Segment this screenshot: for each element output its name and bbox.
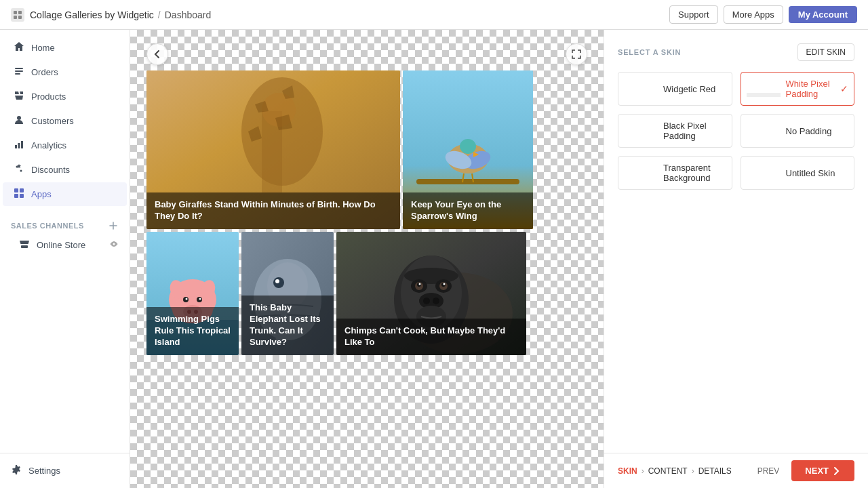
sidebar-item-products[interactable]: Products [3, 85, 127, 108]
step-details: DETAILS [698, 466, 732, 476]
svg-point-47 [186, 298, 188, 300]
svg-rect-10 [21, 141, 23, 148]
add-sales-channel-button[interactable] [108, 220, 119, 231]
skin-thumb-untitled [747, 162, 781, 184]
sidebar-bottom: Settings [0, 453, 130, 488]
skin-selected-checkmark: ✓ [840, 83, 848, 94]
skin-option-black-pixel[interactable]: Black Pixel Padding [618, 114, 732, 148]
sidebar-label-apps: Apps [31, 189, 52, 199]
gallery-item-bird[interactable]: Keep Your Eye on the Sparrow's Wing [403, 70, 533, 229]
sidebar-item-customers[interactable]: Customers [3, 109, 127, 133]
svg-rect-4 [15, 68, 23, 69]
sidebar-label-home: Home [31, 43, 55, 53]
svg-rect-0 [14, 11, 17, 14]
sidebar-item-orders[interactable]: Orders [3, 60, 127, 84]
prev-button[interactable]: PREV [751, 462, 787, 480]
skin-thumb-dark-blue [747, 120, 781, 142]
skin-option-untitled[interactable]: Untitled Skin [741, 156, 855, 190]
analytics-icon [14, 139, 24, 152]
skin-option-no-padding[interactable]: No Padding [741, 114, 855, 148]
svg-rect-14 [20, 188, 24, 192]
sidebar-item-online-store[interactable]: Online Store [0, 234, 130, 256]
my-account-button[interactable]: My Account [789, 6, 857, 23]
skin-info-black: Black Pixel Padding [663, 121, 726, 141]
step-content: CONTENT [648, 466, 688, 476]
svg-rect-1 [18, 11, 22, 14]
gallery-item-giraffe[interactable]: Baby Giraffes Stand Within Minutes of Bi… [146, 70, 400, 229]
skin-name-no-padding: No Padding [786, 126, 849, 136]
products-icon [14, 90, 24, 103]
page-title: Dashboard [165, 9, 212, 20]
sidebar: Home Orders Products [0, 30, 130, 488]
app-name: Collage Galleries by Widgetic [30, 9, 154, 20]
main-layout: Home Orders Products [0, 30, 868, 488]
svg-point-65 [419, 283, 421, 285]
svg-point-69 [443, 283, 446, 285]
svg-rect-6 [15, 73, 20, 75]
step-sep-1: › [642, 466, 644, 476]
sidebar-item-discounts[interactable]: Discounts [3, 158, 127, 182]
svg-point-61 [404, 268, 458, 284]
svg-rect-9 [18, 143, 20, 148]
home-icon [14, 41, 24, 54]
skin-name-red: Widgetic Red [663, 84, 726, 94]
sidebar-item-apps[interactable]: Apps [3, 182, 127, 206]
svg-point-12 [20, 170, 22, 172]
skin-option-transparent[interactable]: Transparent Background [618, 156, 732, 190]
skin-option-white-pixel[interactable]: White Pixel Padding ✓ [741, 72, 855, 106]
step-sep-2: › [692, 466, 694, 476]
discounts-icon [14, 163, 24, 176]
svg-point-7 [17, 116, 21, 120]
skin-thumb-white [747, 78, 781, 100]
store-visibility-icon[interactable] [109, 239, 119, 251]
fullscreen-button[interactable] [566, 43, 587, 65]
gallery-item-gorilla[interactable]: Chimps Can't Cook, But Maybe They'd Like… [336, 232, 526, 355]
step-skin: SKIN [618, 466, 637, 476]
sales-channels-label: SALES CHANNELS [11, 222, 84, 230]
skin-info-red: Widgetic Red [663, 84, 726, 94]
skin-thumb-red [624, 78, 658, 100]
nav-back-button[interactable] [146, 43, 168, 65]
sidebar-item-settings[interactable]: Settings [0, 459, 130, 483]
gallery-item-elephant[interactable]: This Baby Elephant Lost Its Trunk. Can I… [241, 232, 334, 355]
breadcrumb-separator: / [158, 9, 161, 20]
main-content: Baby Giraffes Stand Within Minutes of Bi… [130, 30, 604, 488]
sidebar-nav: Home Orders Products [0, 30, 130, 212]
gallery-item-pig[interactable]: Swimming Pigs Rule This Tropical Island [146, 232, 239, 355]
svg-point-38 [460, 139, 476, 154]
footer-nav: PREV NEXT [751, 460, 854, 481]
breadcrumb: Collage Galleries by Widgetic / Dashboar… [30, 9, 211, 20]
online-store-label: Online Store [37, 240, 85, 250]
gallery-row-1: Baby Giraffes Stand Within Minutes of Bi… [146, 70, 533, 229]
svg-rect-13 [14, 188, 18, 192]
gallery-container: Baby Giraffes Stand Within Minutes of Bi… [146, 70, 533, 358]
more-apps-button[interactable]: More Apps [724, 5, 783, 24]
select-skin-header: SELECT A SKIN EDIT SKIN [618, 43, 854, 61]
customers-icon [14, 115, 24, 127]
skin-option-widgetic-red[interactable]: Widgetic Red [618, 72, 732, 106]
caption-elephant: This Baby Elephant Lost Its Trunk. Can I… [241, 296, 334, 355]
settings-icon [11, 464, 22, 477]
sidebar-item-analytics[interactable]: Analytics [3, 134, 127, 157]
sidebar-item-home[interactable]: Home [3, 36, 127, 60]
skin-grid: Widgetic Red White Pixel Padding ✓ [618, 72, 854, 190]
settings-label: Settings [28, 466, 60, 476]
sidebar-label-orders: Orders [31, 67, 58, 77]
right-panel-body: SELECT A SKIN EDIT SKIN Widgetic Red [604, 30, 868, 453]
skin-info-white: White Pixel Padding [786, 79, 835, 99]
skin-info-transparent: Transparent Background [663, 163, 726, 183]
svg-rect-3 [18, 16, 22, 19]
sidebar-label-analytics: Analytics [31, 140, 66, 150]
sidebar-label-discounts: Discounts [31, 165, 70, 175]
svg-rect-8 [15, 145, 17, 148]
support-button[interactable]: Support [669, 5, 718, 24]
skin-name-black: Black Pixel Padding [663, 121, 726, 141]
edit-skin-button[interactable]: EDIT SKIN [797, 43, 854, 61]
skin-thumb-black [624, 120, 658, 142]
caption-pig: Swimming Pigs Rule This Tropical Island [146, 307, 239, 355]
skin-name-transparent: Transparent Background [663, 163, 726, 183]
next-button[interactable]: NEXT [791, 460, 854, 481]
svg-rect-17 [21, 245, 28, 248]
svg-rect-2 [14, 16, 17, 19]
canvas-area: Baby Giraffes Stand Within Minutes of Bi… [130, 30, 604, 488]
